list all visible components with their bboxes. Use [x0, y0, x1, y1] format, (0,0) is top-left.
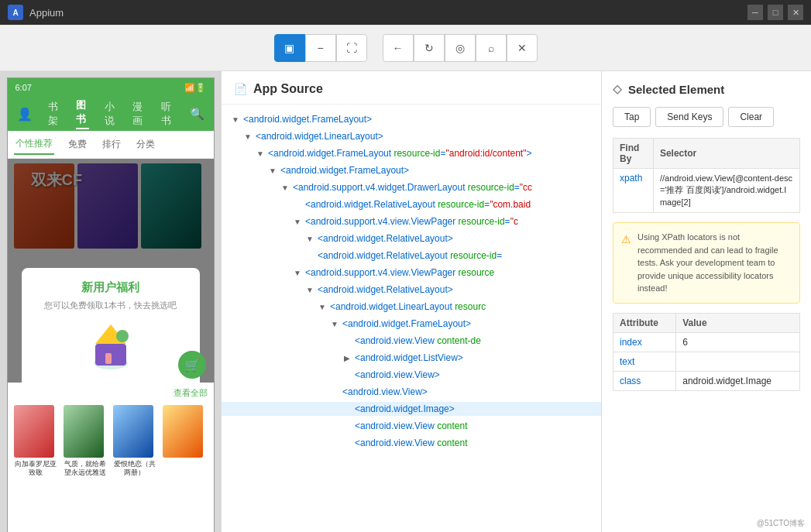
tree-row-2[interactable]: ▼ <android.widget.FrameLayout resource-i… [222, 146, 601, 160]
tree-toggle-2[interactable]: ▼ [256, 149, 265, 158]
tree-node-8: ▼ <android.widget.FrameLayout> [222, 315, 601, 332]
tree-node-9b: ▶ <android.widget.ListView> [222, 349, 601, 366]
action-buttons: Tap Send Keys Clear [613, 107, 800, 127]
phone-modal-text: 您可以免费领取1本书，快去挑选吧 [34, 300, 187, 311]
tree-row-8[interactable]: ▼ <android.widget.FrameLayout> [222, 317, 601, 331]
find-by-row-0: xpath //android.view.View[@content-desc=… [613, 169, 800, 213]
find-by-table: Find By Selector xpath //android.view.Vi… [613, 138, 800, 213]
tree-row-6a[interactable]: ▼ <android.widget.RelativeLayout> [222, 232, 601, 245]
phone-see-all[interactable]: 查看全部 [174, 387, 208, 399]
tree-row-9d[interactable]: ▶ <android.widget.Image> [222, 402, 601, 416]
tree-toggle-1[interactable]: ▼ [243, 132, 253, 141]
phone-book-thumb-3 [113, 405, 153, 458]
window-controls[interactable]: ─ □ ✕ [747, 5, 803, 20]
phone-book-name-3: 爱恨绝恋（共两册）优欢 [113, 460, 156, 477]
tree-content-8: <android.widget.FrameLayout> [342, 318, 471, 329]
tree-toggle-3[interactable]: ▼ [268, 166, 277, 175]
phone-category-tabs: 个性推荐 免费 排行 分类 [8, 131, 214, 159]
phone-modal-icon [84, 321, 138, 375]
source-tree: ▼ <android.widget.FrameLayout> ▼ <androi… [222, 105, 601, 532]
watermark: @51CTO博客 [757, 518, 805, 529]
phone-nav-novel[interactable]: 小说 [105, 100, 118, 128]
tree-row-5c[interactable]: ▼ <android.support.v4.view.ViewPager res… [222, 266, 601, 280]
tree-toggle-4[interactable]: ▼ [280, 183, 290, 192]
refresh-button[interactable]: ↻ [414, 34, 445, 62]
tree-toggle-5b[interactable]: ▼ [293, 217, 302, 226]
tree-toggle-6c[interactable]: ▼ [305, 285, 314, 294]
tree-row-3[interactable]: ▼ <android.widget.FrameLayout> [222, 163, 601, 177]
tree-row-9c[interactable]: ▶ <android.view.View> [222, 368, 601, 382]
tree-content-9e: <android.view.View content [355, 420, 468, 431]
tree-row-1[interactable]: ▼ <android.widget.LinearLayout> [222, 129, 601, 143]
tree-row-4[interactable]: ▼ <android.support.v4.widget.DrawerLayou… [222, 180, 601, 194]
phone-nav-comic[interactable]: 漫画 [132, 100, 146, 128]
tree-row-0[interactable]: ▼ <android.widget.FrameLayout> [222, 112, 601, 126]
tree-row-9e[interactable]: ▶ <android.view.View content [222, 419, 601, 433]
tree-toggle-0[interactable]: ▼ [231, 115, 240, 124]
tree-row-6c[interactable]: ▼ <android.widget.RelativeLayout> [222, 283, 601, 297]
tree-row-5b[interactable]: ▼ <android.support.v4.view.ViewPager res… [222, 215, 601, 228]
phone-nav-search-icon[interactable]: 🔍 [190, 107, 204, 121]
tree-node-6a: ▼ <android.widget.RelativeLayout> [222, 230, 601, 247]
tree-node-7: ▼ <android.widget.LinearLayout resourc [222, 298, 601, 315]
phone-book-item-4 [163, 405, 206, 477]
phone-nav-books[interactable]: 图书 [76, 98, 89, 129]
tree-row-9a[interactable]: ▶ <android.view.View content-de [222, 334, 601, 348]
tree-node-4: ▼ <android.support.v4.widget.DrawerLayou… [222, 179, 601, 196]
send-keys-button[interactable]: Send Keys [655, 107, 723, 127]
minimize-button[interactable]: ─ [747, 5, 763, 20]
back-button[interactable]: ← [383, 34, 414, 62]
search-button[interactable]: ⌕ [476, 34, 507, 62]
tree-toggle-6b: ▶ [305, 251, 314, 260]
phone-tab-category[interactable]: 分类 [135, 135, 156, 154]
tree-row-5a[interactable]: ▶ <android.widget.RelativeLayout resourc… [222, 197, 601, 211]
inspector-button[interactable]: ▣ [274, 34, 305, 62]
phone-book-thumb-4 [163, 405, 203, 458]
attr-name-index: index [613, 332, 676, 352]
tree-content-8b: <android.view.View> [342, 386, 428, 397]
tree-content-5a: <android.widget.RelativeLayout resource-… [305, 199, 531, 210]
resize-button[interactable]: ⛶ [336, 34, 367, 62]
title-bar-left: A Appium [8, 5, 64, 20]
tree-toggle-7[interactable]: ▼ [318, 302, 327, 311]
tree-toggle-8[interactable]: ▼ [330, 319, 339, 328]
tree-toggle-5c[interactable]: ▼ [293, 268, 302, 277]
tree-toggle-6a[interactable]: ▼ [305, 234, 314, 243]
tree-node-9f: ▶ <android.view.View content [222, 434, 601, 451]
tree-row-9f[interactable]: ▶ <android.view.View content [222, 436, 601, 450]
phone-tab-rank[interactable]: 排行 [101, 135, 122, 154]
tree-node-6b: ▶ <android.widget.RelativeLayout resourc… [222, 247, 601, 264]
close-button[interactable]: ✕ [788, 5, 803, 20]
phone-book-item-1: 向加泰罗尼亚致敬乔治·奥威尔 [14, 405, 57, 477]
close-toolbar-button[interactable]: ✕ [507, 34, 538, 62]
maximize-button[interactable]: □ [768, 5, 783, 20]
phone-nav-audio[interactable]: 听书 [161, 100, 174, 128]
tree-content-7: <android.widget.LinearLayout resourc [330, 301, 486, 312]
selected-element-icon: ◇ [613, 82, 622, 96]
phone-modal-title: 新用户福利 [34, 280, 187, 295]
phone-nav-shelf[interactable]: 书架 [48, 100, 61, 128]
tree-toggle-9d: ▶ [342, 404, 352, 414]
tree-content-1: <android.widget.LinearLayout> [256, 131, 383, 142]
tree-row-7[interactable]: ▼ <android.widget.LinearLayout resourc [222, 300, 601, 314]
tree-node-1: ▼ <android.widget.LinearLayout> [222, 128, 601, 145]
phone-cart-icon[interactable]: 🛒 [178, 351, 206, 379]
clear-button[interactable]: Clear [728, 107, 774, 127]
tree-row-8b[interactable]: ▶ <android.view.View> [222, 385, 601, 399]
tap-button[interactable]: Tap [613, 107, 651, 127]
tree-row-9b[interactable]: ▶ <android.widget.ListView> [222, 351, 601, 365]
tree-row-6b[interactable]: ▶ <android.widget.RelativeLayout resourc… [222, 249, 601, 263]
tree-toggle-5a: ▶ [293, 200, 302, 209]
phone-tab-free[interactable]: 免费 [67, 135, 88, 154]
svg-rect-4 [105, 353, 112, 364]
tree-node-9d: ▶ <android.widget.Image> [222, 400, 601, 417]
tree-node-6c: ▼ <android.widget.RelativeLayout> [222, 281, 601, 298]
phone-tab-recommend[interactable]: 个性推荐 [14, 134, 54, 155]
eye-button[interactable]: ◎ [445, 34, 476, 62]
tree-node-5b: ▼ <android.support.v4.view.ViewPager res… [222, 213, 601, 230]
tree-toggle-9b[interactable]: ▶ [342, 353, 352, 362]
tree-content-6c: <android.widget.RelativeLayout> [318, 284, 453, 295]
minus-button[interactable]: − [305, 34, 336, 62]
tree-content-9d: <android.widget.Image> [355, 403, 455, 414]
attr-value-class: android.widget.Image [676, 371, 800, 390]
